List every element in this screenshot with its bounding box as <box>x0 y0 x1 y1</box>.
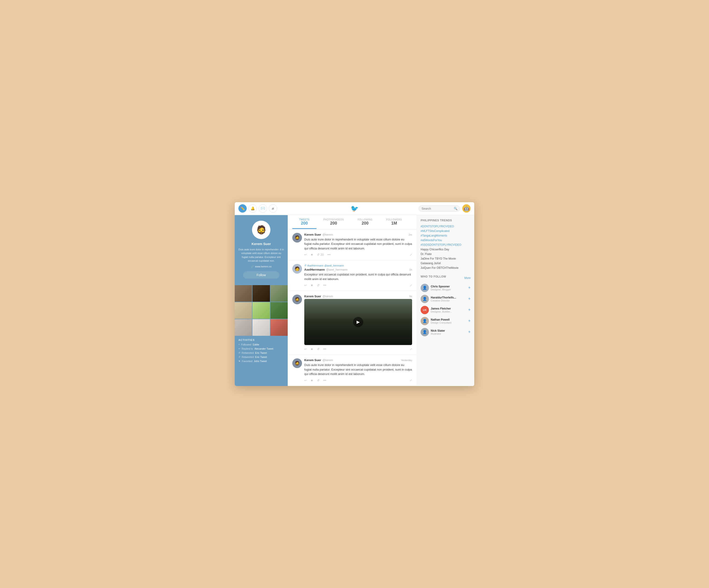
retweet-button[interactable]: ↺ 20 <box>317 253 324 256</box>
search-box[interactable]: 🔍 <box>419 206 460 212</box>
retweet-by: AxelHerrmann <box>307 264 323 267</box>
retweet-button[interactable]: ↺ <box>317 284 319 287</box>
activity-link[interactable]: Eddie <box>253 343 259 346</box>
follow-info: HaraldurThorleifs... Creative Director <box>431 296 466 302</box>
tweet-header: 🧔 Kerem Suer @kerem 2m Duis aute irure d… <box>292 233 412 257</box>
mail-button[interactable]: ✉️ <box>259 204 267 213</box>
tweet-avatar: 🧔 <box>292 233 302 242</box>
tweet-actions: ↩ ★ ↺ ••• ⤢ <box>304 347 412 351</box>
reply-button[interactable]: ↩ <box>304 379 307 382</box>
compose-button[interactable]: ✏️ <box>238 204 247 213</box>
follow-avatar: 👤 <box>421 317 429 325</box>
tweet-body: Kerem Suer @kerem 5h ▶ <box>304 295 412 351</box>
follow-avatar: 👤 <box>421 328 429 336</box>
follow-plus-button[interactable]: + <box>468 308 471 312</box>
favorite-button[interactable]: ★ <box>311 379 313 382</box>
video-thumbnail[interactable]: ▶ <box>304 299 412 345</box>
expand-button[interactable]: ⤢ <box>410 379 412 382</box>
tab-following-value: 200 <box>358 221 373 226</box>
tab-following[interactable]: FOLLOWING 200 <box>351 215 379 229</box>
who-to-follow-title: WHO TO FOLLOW <box>421 275 446 278</box>
tweet-time: 1h <box>409 268 412 271</box>
expand-button[interactable]: ⤢ <box>410 348 412 351</box>
hashtag-button[interactable]: # <box>269 204 277 213</box>
tweet-handle: @kerem <box>322 295 333 298</box>
reply-button[interactable]: ↩ <box>304 347 307 351</box>
tweet-time: 2m <box>409 233 412 236</box>
photo-cell <box>235 285 252 302</box>
nav-right: 🔍 🤖 <box>419 204 471 213</box>
follow-icon: + <box>238 343 240 346</box>
tweet-card: 🧔 Kerem Suer @kerem Yesterday Duis aute … <box>288 355 417 386</box>
top-nav: ✏️ 🔔 ✉️ # 🐦 🔍 🤖 <box>235 202 474 215</box>
reply-button[interactable]: ↩ <box>304 253 307 256</box>
favorite-button[interactable]: ★ <box>311 284 313 287</box>
tweet-body: Kerem Suer @kerem 2m Duis aute irure dol… <box>304 233 412 257</box>
trend-item[interactable]: JaDine For TBYD The Movie <box>421 257 471 260</box>
app-window: ✏️ 🔔 ✉️ # 🐦 🔍 🤖 🧔 Kerem Suer Duis aut <box>235 202 474 386</box>
tweet-avatar: 🧑 <box>292 264 302 274</box>
photo-cell <box>270 285 288 302</box>
tab-followers[interactable]: FOLLOWERS 1M <box>379 215 409 229</box>
follow-desc: Illustrator <box>431 332 466 335</box>
tweet-handle: @kerem <box>322 358 333 362</box>
trend-item[interactable]: Dr. Fluke <box>421 252 471 256</box>
more-button[interactable]: ••• <box>323 284 326 287</box>
retweet-button[interactable]: ↺ <box>317 379 319 382</box>
trend-item[interactable]: JulQuen For OBTCHTheMovie <box>421 266 471 269</box>
tweet-actions: ↩ ★ ↺ ••• ⤢ <box>304 379 412 382</box>
user-avatar[interactable]: 🤖 <box>462 204 471 213</box>
activity-prefix: Followed <box>241 343 251 346</box>
trend-item[interactable]: Galawang JaXel <box>421 262 471 265</box>
retweet-button[interactable]: ↺ <box>317 347 319 351</box>
tweet-header: 🧔 Kerem Suer @kerem Yesterday Duis aute … <box>292 358 412 382</box>
activity-link[interactable]: Alexander Tweet <box>255 347 273 350</box>
trend-item[interactable]: #5SOSDONTSTOPLYRICVIDEO <box>421 243 471 246</box>
activity-link[interactable]: John Tweet <box>254 360 267 363</box>
tab-photos[interactable]: PHOTOS/VIDEOS 200 <box>316 215 351 229</box>
expand-button[interactable]: ⤢ <box>410 253 412 256</box>
tweet-card: 🧑 ↺ AxelHerrmann @axel_herrmann AxelHerr… <box>288 260 417 291</box>
follow-plus-button[interactable]: + <box>468 285 471 290</box>
tweet-author: Kerem Suer <box>304 233 321 236</box>
follow-plus-button[interactable]: + <box>468 319 471 323</box>
follow-name: Nathan Powell <box>431 318 466 321</box>
tweet-author: AxelHerrmann <box>304 268 325 271</box>
profile-name: Kerem Suer <box>238 242 284 246</box>
tab-tweets[interactable]: TWEETS 200 <box>292 215 316 229</box>
reply-icon: ↩ <box>238 347 240 350</box>
notify-button[interactable]: 🔔 <box>248 204 257 213</box>
trend-item[interactable]: #DONTSTOPLYRICVIDEO <box>421 225 471 228</box>
tab-following-label: FOLLOWING <box>358 218 373 221</box>
more-button[interactable]: ••• <box>323 347 326 351</box>
profile-avatar: 🧔 <box>252 221 270 239</box>
favorite-button[interactable]: ★ <box>311 347 313 351</box>
more-button[interactable]: ••• <box>323 379 326 382</box>
search-icon: 🔍 <box>454 207 457 210</box>
tab-tweets-value: 200 <box>299 221 310 226</box>
favorite-button[interactable]: ★ <box>311 253 313 256</box>
tweet-meta-left: Kerem Suer @kerem <box>304 233 333 236</box>
search-input[interactable] <box>422 207 454 210</box>
trend-item[interactable]: #MLFTSItsComplicated <box>421 230 471 233</box>
activity-link[interactable]: Eric Tweet <box>255 351 267 354</box>
follow-user: 👤 Nick Slater Illustrator + <box>421 328 471 336</box>
trend-item[interactable]: #a5WordsForYou <box>421 239 471 242</box>
trend-item[interactable]: Happy Chicserifics Day <box>421 248 471 251</box>
follow-plus-button[interactable]: + <box>468 329 471 335</box>
follow-user: 👤 Chris Spooner Designer, Blogger + <box>421 284 471 292</box>
follow-user: 👤 HaraldurThorleifs... Creative Director… <box>421 295 471 303</box>
expand-button[interactable]: ⤢ <box>410 284 412 287</box>
main-layout: 🧔 Kerem Suer Duis aute irure dolor in re… <box>235 215 474 386</box>
trend-item[interactable]: #TangaLangMoments <box>421 234 471 237</box>
tab-photos-value: 200 <box>323 221 344 226</box>
activity-prefix: Retweeted <box>242 351 254 354</box>
play-button[interactable]: ▶ <box>353 317 363 327</box>
follow-plus-button[interactable]: + <box>468 296 471 301</box>
activity-link[interactable]: Eric Tweet <box>255 356 267 358</box>
more-button[interactable]: ••• <box>327 253 331 256</box>
reply-button[interactable]: ↩ <box>304 284 307 287</box>
right-sidebar: PHILIPPINES TRENDS #DONTSTOPLYRICVIDEO #… <box>417 215 474 386</box>
follow-button[interactable]: Follow <box>243 271 280 279</box>
more-link[interactable]: More <box>464 276 471 279</box>
